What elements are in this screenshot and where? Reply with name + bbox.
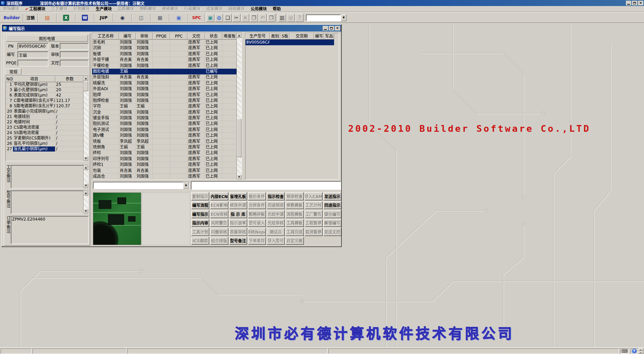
column-header[interactable]: 编写 bbox=[314, 33, 324, 40]
paste-icon[interactable]: ❒ bbox=[267, 14, 275, 22]
column-header[interactable]: 文控 bbox=[187, 33, 205, 40]
keyboard-icon[interactable]: ⌨ bbox=[620, 348, 629, 354]
table-row[interactable]: 3最小孔壁铜厚(μm)20 bbox=[6, 87, 88, 93]
table-row[interactable]: 印序列号刘国强刘国强庞燕军已上网 bbox=[92, 156, 241, 162]
column-header[interactable]: 审核 bbox=[136, 33, 153, 40]
order-note-field[interactable]: ZPMV2.E204460 bbox=[11, 216, 89, 244]
action-button[interactable]: 内部ECN bbox=[210, 192, 228, 200]
menu-item[interactable]: 公用模块 bbox=[248, 6, 270, 12]
toolbar-combobox[interactable]: ▼ bbox=[306, 14, 346, 21]
combobox-value[interactable] bbox=[306, 14, 341, 21]
table-row[interactable]: 7C面电镀面积(含孔)(平方121.17 bbox=[6, 98, 88, 104]
copy-icon[interactable]: ❐ bbox=[250, 14, 258, 22]
table-row[interactable]: 电子测试刘国强刘国强庞燕军已上网 bbox=[92, 127, 241, 133]
undo-icon[interactable]: ↶ bbox=[259, 14, 267, 22]
table-row[interactable]: 26盲孔平均铜厚(μm)/ bbox=[6, 141, 88, 146]
scrollbar-thumb[interactable] bbox=[84, 81, 88, 91]
dialog-close-button[interactable]: × bbox=[335, 26, 340, 31]
column-header[interactable]: PPC bbox=[170, 33, 187, 40]
process-note-scrollbar[interactable]: ▲ ▼ bbox=[83, 165, 88, 188]
table-row[interactable]: 阻焊刘国强刘国强庞燕军已上网 bbox=[92, 92, 241, 98]
writer-field[interactable]: 王娟 bbox=[17, 51, 48, 58]
pn-field[interactable]: 8V005G6CA0 bbox=[17, 43, 48, 50]
column-header[interactable]: 难度板 bbox=[222, 33, 237, 40]
database-icon[interactable]: ◫ bbox=[133, 14, 150, 22]
ppqe-field[interactable] bbox=[17, 60, 48, 66]
help-icon[interactable]: ? bbox=[296, 14, 304, 22]
action-button[interactable]: 发送指示 bbox=[323, 192, 341, 200]
dialog-minimize-button[interactable] bbox=[323, 26, 328, 31]
eye-icon[interactable]: ◉ bbox=[114, 14, 131, 22]
table-row[interactable]: 外层AOI刘国强刘国强庞燕军已上网 bbox=[92, 86, 241, 92]
column-header[interactable]: 生产型号 bbox=[246, 33, 270, 40]
column-header[interactable]: S板 bbox=[280, 33, 289, 40]
menu-item[interactable]: 帮助 bbox=[270, 6, 284, 12]
action-button[interactable]: 型号备注 bbox=[229, 237, 247, 245]
new-document-icon[interactable]: ❏ bbox=[224, 14, 232, 22]
action-button[interactable]: 盲埋孔板 bbox=[229, 192, 247, 200]
minimize-button[interactable] bbox=[626, 1, 631, 5]
chevron-down-icon[interactable]: ▼ bbox=[183, 182, 189, 189]
column-header[interactable]: 项目 bbox=[13, 76, 55, 82]
table-row[interactable]: 24SS面电流密度/ bbox=[6, 130, 88, 136]
spc-button[interactable]: SPC bbox=[189, 14, 204, 22]
table-row[interactable]: 板镀刘国强刘国强庞燕军已上网 bbox=[92, 51, 241, 57]
bottom-combobox[interactable]: ▼ bbox=[93, 182, 190, 189]
action-button[interactable]: 指示检查 bbox=[267, 192, 285, 200]
scroll-down-icon[interactable]: ▼ bbox=[84, 183, 88, 188]
reviewer-field[interactable] bbox=[60, 51, 89, 58]
report-icon[interactable]: ▤ bbox=[39, 14, 56, 22]
table-row[interactable]: 20表面最小完成铜厚(μm)/ bbox=[6, 109, 88, 114]
model-note-field[interactable]: ▲ ▼ bbox=[11, 190, 89, 214]
column-header[interactable]: 参数 bbox=[55, 76, 84, 82]
camera-icon[interactable]: ▣ bbox=[206, 14, 214, 22]
dialog-restore-button[interactable] bbox=[329, 26, 334, 31]
table-row[interactable]: 沉铜刘国强刘国强庞燕军已上网 bbox=[92, 45, 241, 51]
column-header[interactable]: 交货期 bbox=[289, 33, 314, 40]
builder-button[interactable]: Builder bbox=[1, 14, 22, 22]
doc-control-field[interactable] bbox=[60, 60, 89, 66]
table-row[interactable]: 6表面完成铜厚(μm)42 bbox=[6, 93, 88, 98]
table-row[interactable]: 镀金手指刘国强刘国强庞燕军已上网 bbox=[92, 115, 241, 121]
action-button[interactable]: 指 示 库 bbox=[229, 210, 247, 218]
tab-general[interactable]: 常规 bbox=[5, 68, 21, 75]
action-button[interactable]: 编写流程 bbox=[191, 201, 209, 210]
table-row[interactable]: 25字麦朝向(CS面朝外)/ bbox=[6, 136, 88, 141]
column-header[interactable]: 工艺名称 bbox=[92, 33, 119, 40]
table-row[interactable]: 8V005G6CA0 bbox=[246, 40, 339, 45]
table-row[interactable]: 包装肖吉美肖吉美庞燕军已上网 bbox=[92, 168, 241, 174]
table-row[interactable]: 铣板李凤超李凤超庞燕军已上网 bbox=[92, 139, 241, 144]
instruction-text-field[interactable] bbox=[191, 181, 341, 190]
logout-button[interactable]: 注销 bbox=[24, 14, 37, 22]
model-note-scrollbar[interactable]: ▲ ▼ bbox=[83, 191, 88, 214]
column-header[interactable]: 类别 bbox=[270, 33, 280, 40]
scroll-down-icon[interactable]: ▼ bbox=[84, 156, 88, 161]
scroll-up-icon[interactable]: ▲ bbox=[84, 165, 88, 170]
find-icon[interactable]: ◎ bbox=[287, 14, 295, 22]
scroll-up-icon[interactable]: ▲ bbox=[84, 76, 88, 81]
table-row[interactable]: 沉金刘国强刘国强庞燕军已上网 bbox=[92, 110, 241, 115]
action-button[interactable]: 编写指示 bbox=[191, 210, 209, 218]
word-icon[interactable]: W bbox=[76, 14, 93, 22]
cut-icon[interactable]: ✂ bbox=[232, 14, 240, 22]
table-row[interactable]: 阻抗测试刘国强刘国强庞燕军已上网 bbox=[92, 121, 241, 127]
chevron-down-icon[interactable]: ▼ bbox=[341, 14, 346, 21]
ie-globe-icon[interactable]: ◍ bbox=[215, 14, 223, 22]
maximize-button[interactable] bbox=[632, 1, 637, 5]
jup-button[interactable]: JUP bbox=[95, 14, 112, 22]
column-header[interactable]: NO bbox=[6, 76, 13, 82]
table-row[interactable]: 阻焊检查刘国强刘国强庞燕军已上网 bbox=[92, 98, 241, 104]
help-status-icon[interactable]: ? bbox=[630, 348, 638, 354]
table-row[interactable]: 21电镀线别/ bbox=[6, 114, 88, 120]
menu-item[interactable]: ✔工程模块 bbox=[22, 6, 48, 12]
table-row[interactable]: 成品仓刘国强刘国强庞燕军已上网 bbox=[92, 174, 241, 179]
column-header[interactable]: 编写 bbox=[119, 33, 136, 40]
process-table-scrollbar[interactable]: ▲ ▼ bbox=[236, 33, 241, 179]
delete-icon[interactable]: × bbox=[241, 14, 249, 22]
monitor-icon[interactable]: ▣ bbox=[170, 14, 187, 22]
table-row[interactable]: 22电镀时间/ bbox=[6, 120, 88, 125]
scroll-up-icon[interactable]: ▲ bbox=[237, 33, 241, 38]
action-button[interactable]: 回退指示 bbox=[323, 201, 341, 210]
table-row[interactable]: 跳V槽刘国强刘国强庞燕军已上网 bbox=[92, 133, 241, 138]
version-field[interactable] bbox=[60, 43, 89, 50]
